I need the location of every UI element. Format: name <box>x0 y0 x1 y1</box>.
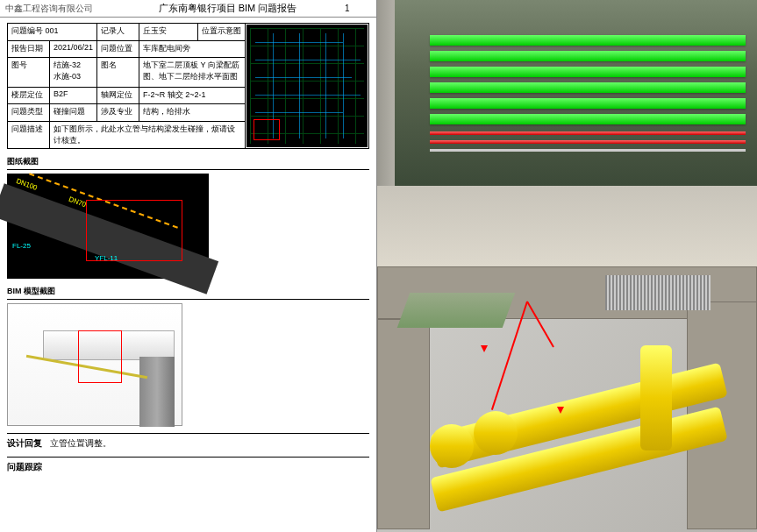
annot-fl: FL-25 <box>12 242 31 250</box>
render-top <box>377 0 757 266</box>
reply-label: 设计回复 <box>7 438 42 448</box>
dwgno-value: 结施-32 水施-03 <box>50 58 97 88</box>
issuepos-value: 车库配电间旁 <box>139 40 246 58</box>
drawing-screenshot-section: 图纸截图 FL-25 YFL-11 DN100 DN70 <box>7 154 369 279</box>
date-value: 2021/06/21 <box>50 40 97 58</box>
bim-screenshot <box>7 303 182 426</box>
desc-value: 如下图所示，此处水立管与结构梁发生碰撞，烦请设计核查。 <box>50 122 246 149</box>
location-plan-thumb <box>246 25 368 147</box>
fig1-heading: 图纸截图 <box>7 154 369 170</box>
type-value: 碰撞问题 <box>50 104 97 122</box>
report-page: 中鑫工程咨询有限公司 广东南粤银行项目 BIM 问题报告 1 问题编号 001 … <box>0 0 377 532</box>
floor-label: 楼层定位 <box>8 87 50 104</box>
annot-yfl: YFL-11 <box>95 254 118 262</box>
issuepos-label: 问题位置 <box>97 40 139 58</box>
issue-table: 问题编号 001 记录人 丘玉安 位置示意图 <box>7 23 369 149</box>
dwgno-label: 图号 <box>8 58 50 88</box>
type-label: 问题类型 <box>8 104 50 122</box>
bim-screenshot-section: BIM 模型截图 <box>7 284 369 426</box>
report-body: 问题编号 001 记录人 丘玉安 位置示意图 <box>0 18 376 532</box>
reply-row: 设计回复 立管位置调整。 <box>7 433 369 450</box>
grid-label: 轴网定位 <box>97 87 139 104</box>
disc-label: 涉及专业 <box>97 104 139 122</box>
date-label: 报告日期 <box>8 40 50 58</box>
company-name: 中鑫工程咨询有限公司 <box>5 3 111 15</box>
track-row: 问题跟踪 <box>7 457 369 473</box>
track-label: 问题跟踪 <box>7 462 42 472</box>
dwgname-label: 图名 <box>97 58 139 88</box>
locfig-label: 位置示意图 <box>198 24 246 41</box>
recorder-value: 丘玉安 <box>139 24 198 41</box>
page-number: 1 <box>345 4 371 13</box>
render-panels <box>377 0 757 532</box>
issue-no-label: 问题编号 001 <box>8 24 97 41</box>
doc-title: 广东南粤银行项目 BIM 问题报告 <box>111 2 345 15</box>
cad-screenshot: FL-25 YFL-11 DN100 DN70 <box>7 174 209 279</box>
disc-value: 结构，给排水 <box>139 104 246 122</box>
render-bottom <box>377 266 757 533</box>
desc-label: 问题描述 <box>8 122 50 149</box>
dwgname-value: 地下室二层顶板 Y 向梁配筋图、地下二层给排水平面图 <box>139 58 246 88</box>
reply-value: 立管位置调整。 <box>50 438 111 448</box>
recorder-label: 记录人 <box>97 24 139 41</box>
page-header: 中鑫工程咨询有限公司 广东南粤银行项目 BIM 问题报告 1 <box>0 0 376 18</box>
grid-value: F-2~R 轴交 2~2-1 <box>139 87 246 104</box>
floor-value: B2F <box>50 87 97 104</box>
